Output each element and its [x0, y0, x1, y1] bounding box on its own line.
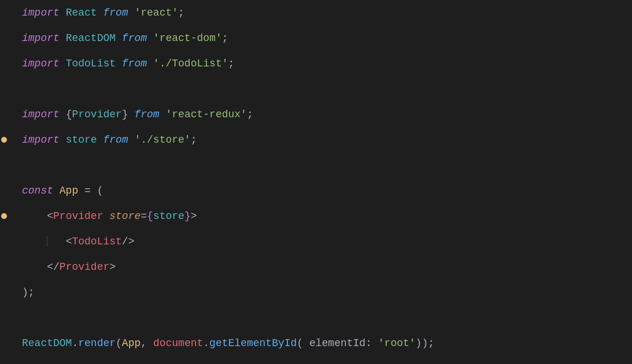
token-kw-import: import — [22, 109, 66, 120]
token-kw-import: import — [22, 7, 66, 18]
code-content: import {Provider} from 'react-redux'; — [16, 102, 632, 127]
token-string: 'react-dom' — [153, 32, 222, 44]
token-identifier-store: store — [153, 210, 184, 222]
token-param-name: elementId — [309, 337, 365, 349]
token-kw-from: from — [103, 7, 134, 18]
line-12: ); — [0, 280, 632, 305]
line-2: import ReactDOM from 'react-dom'; — [0, 25, 632, 51]
token-string: './TodoList' — [153, 58, 228, 69]
token-param-value: 'root' — [378, 337, 416, 349]
code-content — [16, 153, 632, 178]
token-punctuation: } — [122, 109, 135, 120]
token-kw-from: from — [103, 134, 134, 146]
token-plain: ( — [116, 337, 122, 349]
token-brace-bracket: } — [184, 210, 191, 222]
token-plain: )); — [416, 337, 434, 349]
token-kw-import: import — [22, 58, 66, 69]
token-kw-import: import — [22, 32, 66, 44]
line-10: <TodoList/> — [0, 229, 632, 254]
token-punctuation: ; — [247, 109, 253, 120]
line-11: </Provider> — [0, 254, 632, 280]
token-tag-open: > — [191, 210, 197, 222]
indent — [22, 210, 47, 222]
token-plain: = ( — [84, 185, 103, 196]
line-3: import TodoList from './TodoList'; — [0, 51, 632, 76]
token-tag-name-provider: Provider — [53, 210, 109, 222]
token-tag-open: > — [109, 261, 116, 273]
code-content: import TodoList from './TodoList'; — [16, 51, 632, 76]
token-punctuation: { — [66, 109, 72, 120]
token-identifier-app: App — [60, 185, 84, 196]
code-content: <TodoList/> — [16, 229, 632, 254]
token-brace-bracket: { — [147, 210, 153, 222]
line-6: import store from './store'; — [0, 127, 632, 153]
token-kw-from: from — [122, 58, 153, 69]
token-plain: . — [203, 337, 209, 349]
token-tag-open: < — [47, 210, 53, 222]
token-identifier-app: App — [122, 337, 141, 349]
token-identifier-provider: Provider — [72, 109, 121, 120]
token-tag-open: /> — [122, 236, 135, 247]
token-string: './store' — [134, 134, 190, 146]
token-plain: ( — [297, 337, 309, 349]
code-content: const App = ( — [16, 178, 632, 203]
code-content: ); — [16, 280, 632, 305]
line-13 — [0, 305, 632, 330]
token-kw-from: from — [122, 32, 153, 44]
token-identifier-todolist: TodoList — [66, 58, 122, 69]
token-tag-open: </ — [47, 261, 60, 273]
token-tag-name-todolist: TodoList — [72, 236, 121, 247]
token-plain: : — [365, 337, 378, 349]
token-punctuation: ; — [228, 58, 234, 69]
token-punctuation: ; — [178, 7, 184, 18]
line-4 — [0, 76, 632, 102]
token-tag-open: < — [66, 236, 72, 247]
line-14: ReactDOM.render(App, document.getElement… — [0, 330, 632, 356]
code-content: <Provider store={store}> — [16, 203, 632, 229]
token-plain: = — [141, 210, 147, 222]
token-method-getelementbyid: getElementById — [209, 337, 297, 349]
code-content — [16, 305, 632, 330]
token-tag-name-provider: Provider — [60, 261, 109, 273]
token-identifier-react: React — [66, 7, 104, 18]
code-content: </Provider> — [16, 254, 632, 280]
token-identifier-reactdom: ReactDOM — [22, 337, 72, 349]
code-content: import store from './store'; — [16, 127, 632, 153]
line-9: <Provider store={store}> — [0, 203, 632, 229]
code-content: import React from 'react'; — [16, 0, 632, 25]
code-content — [16, 356, 632, 364]
line-1: import React from 'react'; — [0, 0, 632, 25]
token-kw-import: import — [22, 134, 66, 146]
token-kw-const: const — [22, 185, 60, 196]
token-plain: , — [141, 337, 153, 349]
token-method-render: render — [78, 337, 116, 349]
code-content — [16, 76, 632, 102]
indent — [22, 236, 66, 247]
line-15 — [0, 356, 632, 364]
token-plain: ); — [22, 287, 35, 298]
code-content: ReactDOM.render(App, document.getElement… — [16, 330, 632, 356]
token-punctuation: ; — [222, 32, 228, 44]
line-7 — [0, 153, 632, 178]
token-identifier-store: store — [66, 134, 104, 146]
token-attr-name: store — [109, 210, 141, 222]
token-kw-from: from — [134, 109, 165, 120]
token-string: 'react' — [134, 7, 178, 18]
token-identifier-document: document — [153, 337, 203, 349]
token-plain: . — [72, 337, 78, 349]
code-content: import ReactDOM from 'react-dom'; — [16, 25, 632, 51]
token-string: 'react-redux' — [165, 109, 246, 120]
code-editor: import React from 'react';import ReactDO… — [0, 0, 632, 364]
line-5: import {Provider} from 'react-redux'; — [0, 102, 632, 127]
indent — [22, 261, 47, 273]
token-punctuation: ; — [191, 134, 197, 146]
token-identifier-reactdom: ReactDOM — [66, 32, 122, 44]
line-8: const App = ( — [0, 178, 632, 203]
